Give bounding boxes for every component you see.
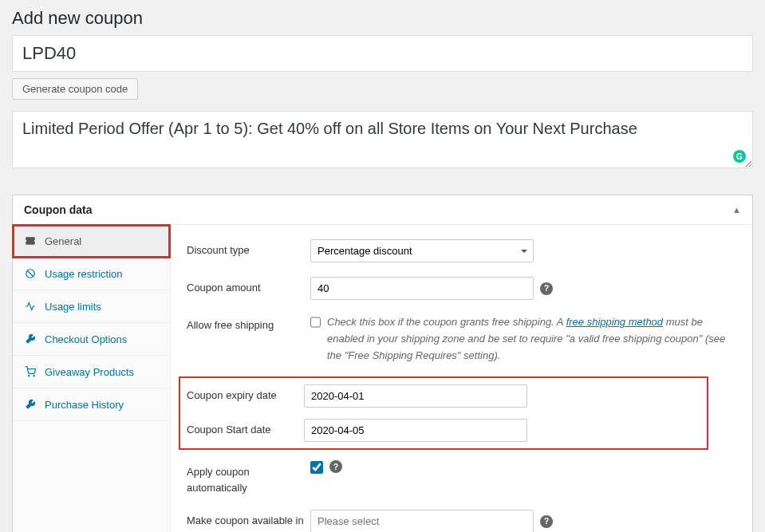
grammarly-icon[interactable] <box>733 150 746 163</box>
panel-header[interactable]: Coupon data ▲ <box>13 195 752 225</box>
wrench-icon <box>24 333 37 345</box>
tab-label: Purchase History <box>45 399 124 411</box>
free-shipping-label: Allow free shipping <box>187 314 310 331</box>
tab-usage-limits[interactable]: Usage limits <box>13 290 170 323</box>
tabs-sidebar: General Usage restriction Usage limits <box>13 225 171 532</box>
coupon-code-input[interactable] <box>12 35 753 72</box>
discount-type-select[interactable]: Percentage discount <box>310 239 534 262</box>
tab-label: Usage limits <box>45 301 101 313</box>
help-icon[interactable]: ? <box>540 282 553 295</box>
free-shipping-description: Check this box if the coupon grants free… <box>327 314 736 364</box>
available-in-select[interactable] <box>310 510 534 532</box>
free-shipping-checkbox[interactable] <box>310 316 321 329</box>
panel-title: Coupon data <box>24 203 93 216</box>
tab-label: General <box>45 235 81 247</box>
coupon-amount-label: Coupon amount <box>187 277 310 294</box>
tab-giveaway-products[interactable]: Giveaway Products <box>13 356 170 388</box>
coupon-data-panel: Coupon data ▲ General Usage restriction <box>12 195 753 532</box>
available-in-label: Make coupon available in <box>187 510 310 526</box>
tab-checkout-options[interactable]: Checkout Options <box>13 323 170 356</box>
block-icon <box>24 267 37 280</box>
svg-point-2 <box>29 376 30 376</box>
tab-label: Checkout Options <box>45 333 127 345</box>
discount-type-label: Discount type <box>187 239 310 256</box>
free-shipping-method-link[interactable]: free shipping method <box>566 316 663 328</box>
tab-usage-restriction[interactable]: Usage restriction <box>13 258 170 290</box>
svg-point-3 <box>34 376 34 376</box>
expiry-date-input[interactable] <box>304 384 527 408</box>
start-date-input[interactable] <box>304 419 527 442</box>
ticket-icon <box>24 234 37 247</box>
form-area: Discount type Percentage discount Coupon… <box>171 225 752 532</box>
svg-line-1 <box>28 271 34 277</box>
wrench-icon <box>24 398 37 411</box>
tab-label: Giveaway Products <box>45 366 134 378</box>
coupon-description-input[interactable]: Limited Period Offer (Apr 1 to 5): Get 4… <box>12 111 753 168</box>
help-icon[interactable]: ? <box>329 460 342 473</box>
tab-label: Usage restriction <box>45 268 123 280</box>
tab-general[interactable]: General <box>13 225 170 258</box>
page-title: Add new coupon <box>12 8 753 29</box>
coupon-amount-input[interactable] <box>310 277 534 300</box>
date-group-highlight: Coupon expiry date Coupon Start date <box>180 378 707 448</box>
collapse-icon[interactable]: ▲ <box>732 205 741 215</box>
start-date-label: Coupon Start date <box>187 419 304 435</box>
generate-coupon-button[interactable]: Generate coupon code <box>12 78 138 100</box>
apply-auto-label: Apply coupon automatically <box>187 459 310 495</box>
tab-purchase-history[interactable]: Purchase History <box>13 388 170 421</box>
help-icon[interactable]: ? <box>540 515 553 528</box>
cart-icon <box>24 365 37 378</box>
apply-auto-checkbox[interactable] <box>310 461 323 474</box>
pulse-icon <box>24 300 37 313</box>
expiry-date-label: Coupon expiry date <box>187 384 304 401</box>
